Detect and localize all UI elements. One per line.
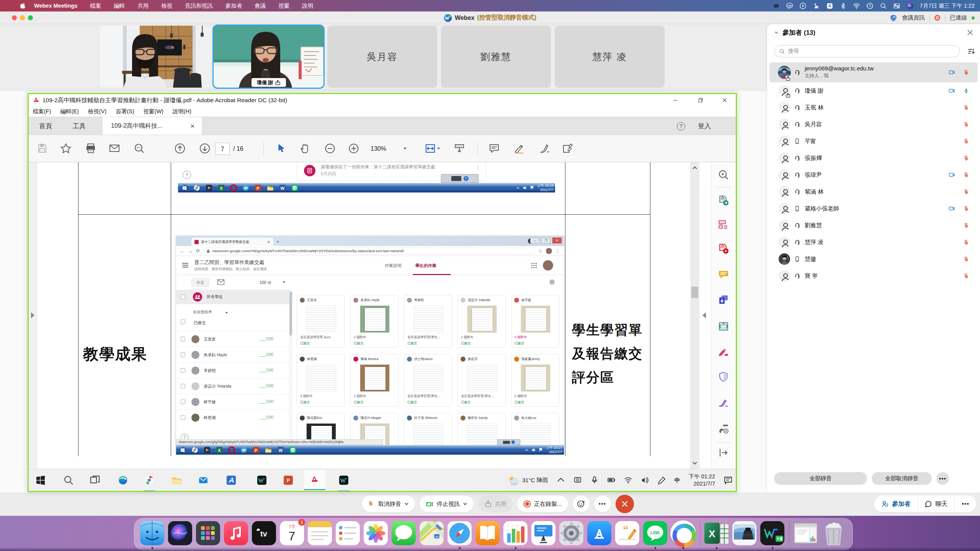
submission-card[interactable]: 張庭熏Jenny 2 個附件 已繳交	[511, 354, 559, 407]
tray-microphone-icon[interactable]	[590, 476, 599, 484]
address-bar[interactable]: classroom.google.com/c/NDgzNzkyMTU4NTha/…	[203, 248, 535, 254]
video-tile-placeholder[interactable]: 慧萍 凌	[555, 26, 665, 88]
dock-settings-icon[interactable]	[557, 518, 585, 550]
student-list-scrollbar[interactable]	[289, 290, 292, 455]
tray-wifi-icon[interactable]	[624, 476, 632, 484]
fit-dropdown-caret[interactable]	[436, 146, 441, 151]
card-thumbnail[interactable]	[521, 305, 550, 333]
hand-tool-icon[interactable]	[299, 143, 311, 154]
participants-more-button[interactable]: •••	[936, 472, 949, 485]
win10-mail-icon[interactable]	[198, 475, 208, 485]
find-icon[interactable]	[134, 143, 145, 154]
submission-card[interactable]: 湯宓沂 Yolanda 2 個附件 已繳交	[457, 295, 506, 348]
dock-messages-icon[interactable]	[390, 518, 418, 550]
classroom-student-row[interactable]: 湯宓沂 Yolanda ___/100	[176, 378, 289, 394]
classroom-course-title[interactable]: 普二乙閱習、學習單作業繳交處	[194, 259, 264, 266]
recording-button[interactable]: 正在錄製...	[517, 496, 568, 512]
student-grade[interactable]: ___/100	[260, 368, 273, 372]
dock-numbers-icon[interactable]	[501, 518, 529, 550]
classroom-profile-avatar[interactable]	[543, 260, 553, 271]
acrobat-menu-item[interactable]: 視窗(W)	[144, 108, 163, 115]
win10-edge-icon[interactable]	[118, 475, 128, 485]
menubar-item[interactable]: 會議	[255, 2, 266, 10]
menubar-item[interactable]: 共用	[137, 2, 149, 10]
win10-app-a-icon[interactable]	[226, 475, 236, 485]
camera-on-icon[interactable]	[948, 87, 956, 95]
highlight-tool-icon[interactable]	[513, 143, 525, 154]
acrobat-restore-button[interactable]	[696, 96, 705, 105]
participant-row[interactable]: 玉珉 林	[769, 99, 978, 116]
acrobat-tools-tab[interactable]: 工具	[66, 117, 93, 135]
dock-reminders-icon[interactable]	[334, 518, 362, 550]
participant-row[interactable]: 紫涵 林	[769, 183, 978, 200]
win10-search-button[interactable]	[64, 475, 74, 485]
status-icon-wrap[interactable]	[840, 2, 853, 10]
win10-chrome-icon[interactable]	[144, 475, 154, 485]
participant-row[interactable]: 張瑋尹	[769, 166, 978, 183]
collapse-tools-icon[interactable]	[719, 448, 728, 458]
help-circle-button[interactable]: ?	[183, 171, 191, 179]
card-thumbnail[interactable]	[306, 364, 336, 392]
student-grade[interactable]: ___/100	[260, 352, 273, 357]
scrollbar-thumb[interactable]	[691, 287, 698, 298]
participant-row[interactable]: 劉雅慧	[769, 217, 978, 234]
tool-more-tools-icon[interactable]	[718, 423, 729, 434]
recording-indicator-icon[interactable]	[934, 15, 940, 21]
participant-row[interactable]: 芊甯	[769, 133, 978, 150]
win7-mediaplayer-icon[interactable]	[204, 447, 211, 453]
menubar-item[interactable]: 參加者	[225, 2, 242, 10]
tab-close-icon[interactable]: ✕	[267, 240, 270, 244]
tool-compress-pdf-icon[interactable]	[718, 321, 729, 332]
next-page-icon[interactable]	[199, 143, 211, 154]
win10-powerpoint-icon[interactable]: P	[283, 475, 293, 485]
classroom-student-row[interactable]: 李妍熙 ___/100	[176, 362, 289, 378]
win7-excel-icon[interactable]: X	[216, 447, 223, 453]
participant-row[interactable]: 瓊儀 謝	[769, 82, 978, 99]
menubar-item[interactable]: 說明	[302, 2, 313, 10]
status-icon-wrap[interactable]	[893, 2, 906, 10]
participants-toggle-button[interactable]: 參加者	[874, 496, 917, 512]
print-icon[interactable]	[85, 143, 96, 154]
status-icon-wrap[interactable]	[866, 2, 880, 10]
win7-word-icon[interactable]: W	[279, 184, 286, 191]
page-controls-icon[interactable]	[454, 143, 465, 154]
dock-appstore-icon[interactable]	[585, 518, 613, 550]
all-students-row[interactable]: 所有學生	[176, 290, 289, 304]
card-thumbnail[interactable]	[360, 305, 390, 333]
student-checkbox[interactable]	[181, 368, 185, 373]
win10-start-button[interactable]	[36, 475, 46, 485]
win7-folder-icon[interactable]	[265, 447, 272, 453]
tool-export-convert-icon[interactable]	[718, 294, 729, 305]
dock-books-icon[interactable]	[474, 518, 501, 550]
status-icon-wrap[interactable]	[799, 2, 813, 10]
submitted-checkbox[interactable]	[181, 320, 185, 324]
win7-opera-icon[interactable]	[230, 184, 237, 191]
win7-ie-icon[interactable]: e	[242, 184, 249, 191]
return-work-button[interactable]: 發還	[191, 278, 209, 287]
mic-status-icon[interactable]	[963, 205, 969, 212]
browser-profile-avatar[interactable]	[546, 248, 552, 254]
meeting-info-button[interactable]: 會議資訊	[902, 14, 925, 21]
win10-ime-indicator[interactable]: 中	[675, 477, 680, 484]
win7-folder-icon[interactable]	[267, 184, 274, 191]
sort-participants-icon[interactable]	[967, 47, 975, 55]
student-grade[interactable]: ___/100	[260, 415, 273, 419]
classroom-email-icon[interactable]	[217, 279, 224, 285]
mic-status-icon[interactable]	[963, 256, 969, 262]
acrobat-menu-item[interactable]: 檢視(V)	[88, 108, 106, 115]
tray-hidden-icons-chevron[interactable]	[557, 476, 565, 484]
submission-card[interactable]: 洪士翔Jason 老莊選講學習單(學生... 已繳交	[404, 354, 452, 407]
acrobat-signin-button[interactable]: 登入	[698, 122, 711, 130]
win10-weather[interactable]: 31°C 陣雨	[508, 475, 548, 485]
tool-search-icon[interactable]	[718, 169, 729, 181]
win10-acrobat-icon[interactable]	[310, 475, 320, 485]
classroom-menu-icon[interactable]	[182, 263, 188, 267]
mic-status-icon[interactable]	[963, 69, 969, 76]
new-tab-button[interactable]: +	[276, 239, 281, 244]
win7-chrome-icon[interactable]	[193, 184, 200, 191]
mic-status-icon[interactable]	[963, 272, 969, 279]
card-thumbnail[interactable]	[467, 305, 497, 333]
select-tool-icon[interactable]	[276, 143, 287, 154]
camera-on-icon[interactable]	[948, 205, 956, 212]
submission-card[interactable]: 林宇婕 3 個附件 已繳交	[511, 295, 559, 348]
